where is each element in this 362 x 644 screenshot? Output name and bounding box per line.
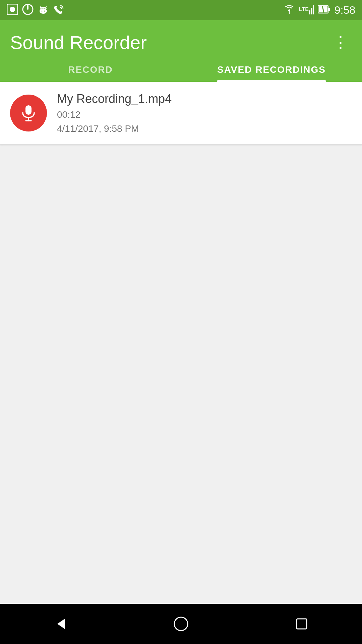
svg-point-4 <box>40 8 47 14</box>
svg-marker-22 <box>57 619 65 629</box>
recording-date: 4/11/2017, 9:58 PM <box>57 123 172 134</box>
recording-icon-wrap <box>10 95 47 131</box>
tab-record[interactable]: RECORD <box>0 55 181 82</box>
power-status-icon <box>22 4 34 17</box>
recording-info: My Recording_1.mp4 00:12 4/11/2017, 9:58… <box>57 92 172 134</box>
svg-rect-13 <box>311 8 312 14</box>
svg-rect-19 <box>25 105 32 115</box>
svg-rect-3 <box>27 5 28 10</box>
signal-icon: LTE <box>299 4 314 17</box>
svg-point-6 <box>44 10 45 11</box>
svg-point-1 <box>10 7 15 12</box>
hotspot-icon <box>284 4 295 17</box>
app-bar: Sound Recorder ⋮ <box>0 20 362 55</box>
recording-duration: 00:12 <box>57 109 172 120</box>
back-button[interactable] <box>39 612 82 636</box>
android-status-icon <box>38 4 49 17</box>
svg-rect-24 <box>297 619 307 629</box>
content-area: My Recording_1.mp4 00:12 4/11/2017, 9:58… <box>0 82 362 604</box>
phone-status-icon <box>53 4 64 17</box>
tab-bar: RECORD SAVED RECORDINGS <box>0 55 362 82</box>
microphone-icon <box>19 104 38 122</box>
app-title: Sound Recorder <box>10 32 147 53</box>
more-options-button[interactable]: ⋮ <box>329 30 352 55</box>
svg-text:LTE: LTE <box>299 6 309 12</box>
status-icons-right: LTE 9:58 <box>284 4 355 17</box>
tab-saved-recordings[interactable]: SAVED RECORDINGS <box>181 55 362 82</box>
svg-rect-12 <box>309 10 310 14</box>
recording-name: My Recording_1.mp4 <box>57 92 172 106</box>
nav-bar <box>0 604 362 644</box>
svg-point-23 <box>174 617 188 631</box>
svg-rect-16 <box>328 8 330 11</box>
status-icons-left <box>7 4 64 17</box>
recording-list-item[interactable]: My Recording_1.mp4 00:12 4/11/2017, 9:58… <box>0 82 362 145</box>
svg-point-5 <box>42 10 43 11</box>
svg-rect-14 <box>313 5 314 14</box>
status-bar: LTE 9:58 <box>0 0 362 20</box>
recents-button[interactable] <box>280 612 323 636</box>
battery-icon <box>318 4 330 17</box>
home-button[interactable] <box>159 612 203 636</box>
record-status-icon <box>7 4 18 17</box>
status-time: 9:58 <box>335 5 355 15</box>
